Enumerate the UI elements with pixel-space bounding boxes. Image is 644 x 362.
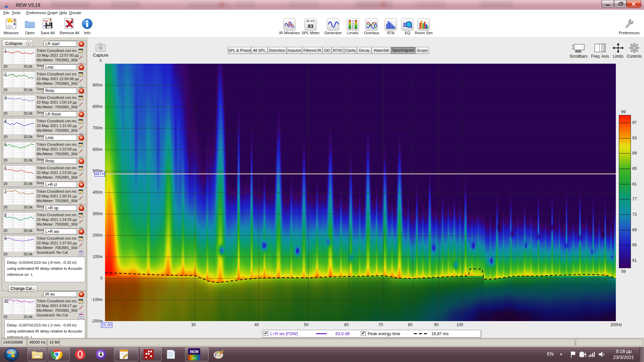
svg-text:83: 83 bbox=[308, 23, 314, 29]
svg-text:dB SPL: dB SPL bbox=[306, 19, 315, 22]
svg-text:0: 0 bbox=[352, 20, 354, 22]
svg-text:3: 3 bbox=[352, 22, 354, 24]
svg-text:REW: REW bbox=[190, 350, 199, 354]
svg-text:V5.1: V5.1 bbox=[192, 357, 197, 359]
svg-text:9: 9 bbox=[352, 27, 354, 29]
svg-text:6: 6 bbox=[352, 24, 354, 27]
